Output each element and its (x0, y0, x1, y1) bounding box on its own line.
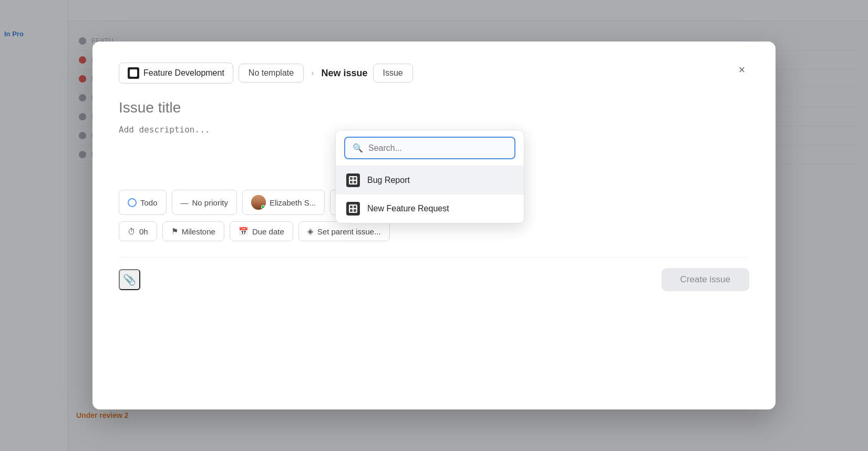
parent-icon: ◈ (307, 227, 314, 236)
todo-icon (128, 198, 137, 207)
create-issue-button[interactable]: Create issue (662, 268, 749, 291)
modal-footer: 📎 Create issue (119, 257, 749, 291)
dropdown-item-bug-report[interactable]: Bug Report (336, 166, 524, 194)
new-issue-label: New issue (321, 68, 367, 79)
assignee-button[interactable]: Elizabeth S... (242, 190, 325, 215)
due-date-label: Due date (252, 227, 284, 236)
template-button[interactable]: No template (239, 64, 304, 83)
template-item-icon (346, 173, 360, 187)
create-issue-modal: Feature Development No template › New is… (92, 42, 776, 409)
online-status-dot (261, 205, 265, 209)
dropdown-search-input[interactable] (368, 144, 507, 153)
template-label: No template (249, 68, 294, 78)
attach-button[interactable]: 📎 (119, 269, 140, 290)
due-date-icon: 📅 (239, 227, 249, 236)
create-issue-label: Create issue (680, 274, 730, 284)
dropdown-item-label: New Feature Request (367, 204, 449, 213)
modal-header: Feature Development No template › New is… (119, 63, 749, 84)
issue-type-label: Issue (383, 68, 403, 77)
assignee-label: Elizabeth S... (270, 198, 316, 207)
priority-icon: — (181, 198, 189, 207)
time-label: 0h (139, 227, 148, 236)
time-button[interactable]: ⏱ 0h (119, 221, 157, 241)
parent-issue-button[interactable]: ◈ Set parent issue... (298, 221, 390, 241)
milestone-icon: ⚑ (171, 227, 178, 236)
todo-label: Todo (140, 198, 158, 207)
close-button[interactable]: × (732, 60, 751, 79)
template-item-icon-inner (349, 176, 357, 184)
template-item-icon (346, 202, 360, 216)
project-label: Feature Development (143, 68, 224, 78)
dropdown-search-area: 🔍 (336, 130, 524, 166)
search-icon: 🔍 (353, 143, 363, 153)
issue-type-button[interactable]: Issue (373, 64, 413, 83)
project-icon-inner (130, 69, 137, 77)
project-icon (128, 67, 139, 79)
avatar (251, 195, 266, 210)
priority-button[interactable]: — No priority (172, 190, 237, 215)
overlay: Feature Development No template › New is… (0, 0, 868, 451)
due-date-button[interactable]: 📅 Due date (230, 221, 293, 241)
search-field-wrapper: 🔍 (344, 137, 515, 159)
template-item-icon-inner (349, 204, 357, 213)
close-icon: × (739, 63, 746, 77)
toolbar-row-2: ⏱ 0h ⚑ Milestone 📅 Due date ◈ Set parent… (119, 221, 749, 241)
time-icon: ⏱ (128, 227, 136, 236)
project-button[interactable]: Feature Development (119, 63, 233, 84)
dropdown-item-feature-request[interactable]: New Feature Request (336, 194, 524, 223)
breadcrumb-arrow: › (311, 68, 314, 78)
parent-label: Set parent issue... (317, 227, 381, 236)
milestone-label: Milestone (182, 227, 215, 236)
priority-label: No priority (192, 198, 228, 207)
issue-title-input[interactable] (119, 99, 749, 116)
todo-button[interactable]: Todo (119, 190, 167, 215)
dropdown-item-label: Bug Report (367, 176, 410, 185)
milestone-button[interactable]: ⚑ Milestone (162, 221, 224, 241)
template-dropdown: 🔍 Bug Report (335, 130, 524, 223)
